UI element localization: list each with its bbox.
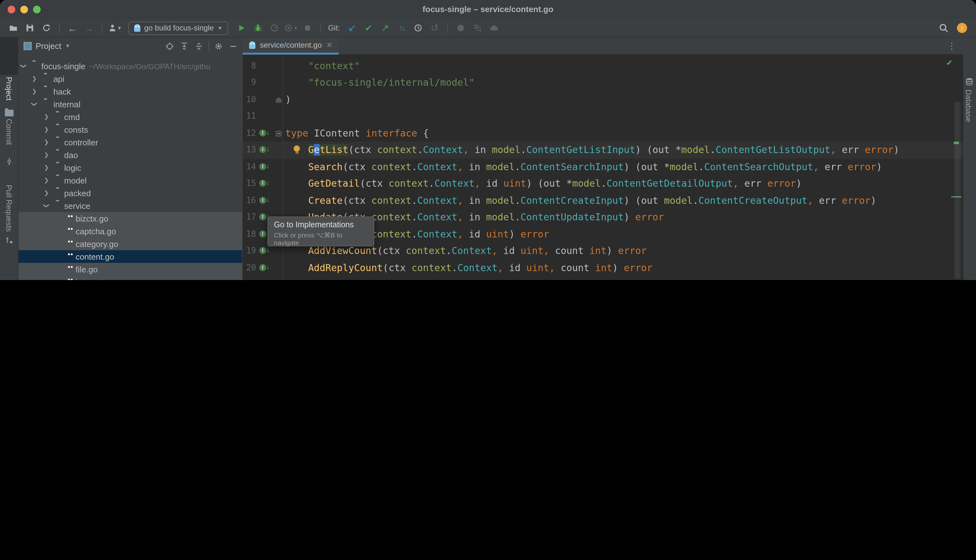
tree-item-packed[interactable]: ❯packed	[18, 187, 242, 199]
implemented-marker-icon[interactable]: I	[259, 163, 266, 170]
folder-icon[interactable]	[5, 108, 13, 117]
code-line-20[interactable]: 20IAddReplyCount(ctx context.Context, id…	[243, 260, 963, 277]
chevron-down-icon[interactable]: ❯	[31, 101, 37, 107]
chevron-down-icon[interactable]: ❯	[43, 203, 50, 209]
chevron-right-icon[interactable]: ❯	[43, 113, 50, 120]
code-line-8[interactable]: 8"context"	[243, 58, 963, 75]
code-line-21[interactable]: 21IAdoptReply(ctx context.Context, id ui…	[243, 277, 963, 280]
tree-item-bizctx.go[interactable]: bizctx.go	[18, 212, 242, 225]
settings-icon[interactable]	[214, 41, 224, 51]
run-with-coverage-button[interactable]: ▼	[284, 21, 298, 35]
tree-item-cmd[interactable]: ❯cmd	[18, 110, 242, 123]
stop-button[interactable]	[301, 21, 315, 35]
tree-item-focus-single[interactable]: ❯focus-single~/Workspace/Go/GOPATH/src/g…	[18, 60, 242, 72]
tree-item-hack[interactable]: ❯hack	[18, 85, 242, 98]
git-history-button[interactable]	[411, 21, 425, 35]
tree-item-interact.go[interactable]: interact.go	[18, 275, 242, 280]
git-fetch-button[interactable]: ↑↓	[394, 21, 409, 35]
chevron-right-icon[interactable]: ❯	[31, 75, 37, 82]
save-all-icon[interactable]	[23, 21, 37, 35]
hide-icon[interactable]	[228, 41, 238, 51]
run-configuration-select[interactable]: go build focus-single▼	[129, 21, 229, 35]
code-line-13[interactable]: 13IGetList(ctx context.Context, in model…	[243, 142, 963, 159]
user-profile-icon[interactable]: ▼	[108, 21, 122, 35]
implemented-marker-icon[interactable]: I	[259, 130, 266, 137]
code-line-15[interactable]: 15IGetDetail(ctx context.Context, id uin…	[243, 175, 963, 192]
code-line-16[interactable]: 16ICreate(ctx context.Context, in model.…	[243, 192, 963, 209]
code-text: Search(ctx context.Context, in model.Con…	[285, 159, 882, 175]
tree-item-controller[interactable]: ❯controller	[18, 136, 242, 148]
chevron-right-icon[interactable]: ❯	[43, 165, 50, 171]
back-icon[interactable]: ←	[65, 21, 79, 35]
sync-icon[interactable]	[39, 21, 53, 35]
implemented-marker-icon[interactable]: I	[259, 230, 266, 237]
code-line-14[interactable]: 14ISearch(ctx context.Context, in model.…	[243, 159, 963, 175]
git-push-button[interactable]: ↗	[378, 21, 392, 35]
chevron-right-icon[interactable]: ❯	[43, 127, 50, 133]
chevron-down-icon[interactable]: ❯	[20, 63, 27, 69]
code-text: AddReplyCount(ctx context.Context, id ui…	[285, 260, 653, 277]
shelve-button[interactable]	[454, 21, 468, 35]
tree-item-service[interactable]: ❯service	[18, 199, 242, 212]
code-line-12[interactable]: 12Itype IContent interface {	[243, 125, 963, 142]
fold-marker-icon[interactable]	[276, 131, 281, 137]
tree-item-category.go[interactable]: category.go	[18, 237, 242, 250]
stripe-item-project[interactable]: Project	[5, 77, 13, 101]
find-shelved-button[interactable]	[470, 21, 484, 35]
tree-item-internal[interactable]: ❯internal	[18, 98, 242, 110]
code-line-9[interactable]: 9"focus-single/internal/model"	[243, 75, 963, 92]
chevron-right-icon[interactable]: ❯	[31, 88, 37, 95]
chevron-down-icon: ▼	[217, 25, 223, 31]
tree-item-consts[interactable]: ❯consts	[18, 123, 242, 136]
stripe-item-pull-requests[interactable]: Pull Requests	[5, 185, 13, 232]
chevron-right-icon[interactable]: ❯	[43, 139, 50, 145]
close-tab-icon[interactable]: ✕	[326, 41, 333, 50]
collapse-all-icon[interactable]	[194, 41, 204, 51]
implemented-marker-icon[interactable]: I	[259, 147, 266, 153]
tab-service-content-go[interactable]: service/content.go ✕	[243, 37, 339, 55]
implemented-marker-icon[interactable]: I	[259, 197, 266, 204]
database-icon[interactable]	[964, 77, 973, 86]
update-available-badge[interactable]: ↑	[957, 23, 967, 33]
git-commit-button[interactable]: ✔	[361, 21, 376, 35]
go-to-implementations-tooltip[interactable]: Go to Implementations Click or press ⌥⌘B…	[267, 217, 374, 247]
code-line-11[interactable]: 11	[243, 108, 963, 125]
ide-window: focus-single – service/content.go ←→▼go …	[0, 0, 976, 280]
implemented-marker-icon[interactable]: I	[259, 213, 266, 221]
open-icon[interactable]	[7, 21, 20, 35]
implemented-marker-icon[interactable]: I	[259, 264, 266, 271]
commit-icon[interactable]	[5, 157, 13, 166]
cloud-button[interactable]	[487, 21, 501, 35]
code-line-10[interactable]: 10)	[243, 92, 963, 108]
expand-all-icon[interactable]	[179, 41, 189, 51]
tree-item-logic[interactable]: ❯logic	[18, 161, 242, 174]
project-view-selector[interactable]: Project	[35, 41, 61, 51]
fold-marker-icon[interactable]	[276, 97, 281, 103]
forward-icon[interactable]: →	[82, 21, 96, 35]
profiler-button[interactable]	[268, 21, 282, 35]
search-everywhere-icon[interactable]	[937, 21, 951, 35]
chevron-right-icon[interactable]: ❯	[43, 152, 50, 158]
pull-request-icon[interactable]	[5, 235, 13, 245]
git-update-project-button[interactable]: ↙	[345, 21, 359, 35]
tree-item-content.go[interactable]: content.go	[18, 250, 242, 263]
tree-item-dao[interactable]: ❯dao	[18, 148, 242, 161]
tree-item-api[interactable]: ❯api	[18, 72, 242, 85]
locate-icon[interactable]	[165, 41, 175, 51]
chevron-right-icon[interactable]: ❯	[43, 190, 50, 196]
stripe-item-database[interactable]: Database	[964, 90, 973, 122]
stripe-item-commit[interactable]: Commit	[5, 119, 13, 145]
run-button[interactable]	[235, 21, 249, 35]
tree-item-file.go[interactable]: file.go	[18, 263, 242, 275]
git-rollback-button[interactable]: ↺	[428, 21, 441, 35]
implemented-marker-icon[interactable]: I	[259, 247, 266, 254]
inspections-ok-icon[interactable]: ✓✓	[946, 57, 948, 67]
tree-item-captcha.go[interactable]: captcha.go	[18, 225, 242, 237]
tree-item-model[interactable]: ❯model	[18, 174, 242, 187]
implemented-marker-icon[interactable]: I	[259, 180, 266, 187]
tab-options-icon[interactable]: ⋮	[948, 41, 957, 51]
editor-scrollbar[interactable]	[954, 102, 961, 279]
debug-button[interactable]	[251, 21, 265, 35]
chevron-right-icon[interactable]: ❯	[43, 177, 50, 183]
code-editor[interactable]: 8"context"9"focus-single/internal/model"…	[243, 55, 963, 280]
